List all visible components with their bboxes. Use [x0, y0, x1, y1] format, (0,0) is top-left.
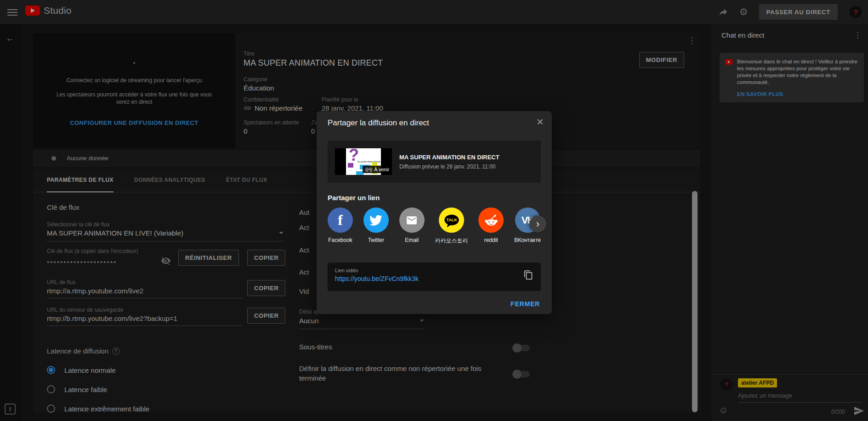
- video-link-label: Lien vidéo: [335, 268, 533, 273]
- modal-video-title: MA SUPER ANIMATION EN DIRECT: [399, 154, 499, 161]
- modal-video-scheduled: Diffusion prévue le 28 janv. 2021, 11:00: [399, 163, 499, 170]
- svg-text:TALK: TALK: [446, 218, 457, 222]
- video-link-url[interactable]: https://youtu.be/ZFvCn9fkk3k: [335, 275, 533, 282]
- live-signal-icon: ((•)): [365, 167, 372, 172]
- video-summary-box: ? les petits débrouillards ((•)) À venir…: [328, 140, 541, 183]
- kakaostory-icon: TALK: [439, 208, 464, 233]
- share-email-button[interactable]: Email: [399, 208, 425, 245]
- share-facebook-button[interactable]: f Facebook: [328, 208, 353, 245]
- share-twitter-button[interactable]: Twitter: [363, 208, 389, 245]
- email-icon: [399, 208, 425, 233]
- share-link-heading: Partager un lien: [328, 194, 380, 202]
- twitter-icon: [363, 208, 389, 233]
- share-kakaostory-button[interactable]: TALK 카카오스토리: [435, 208, 468, 245]
- modal-title: Partager la diffusion en direct: [328, 118, 429, 128]
- upcoming-badge: ((•)) À venir: [363, 166, 392, 173]
- reddit-icon: [478, 208, 504, 233]
- share-live-stream-modal: Partager la diffusion en direct × ? les …: [317, 111, 552, 314]
- more-networks-button[interactable]: ›: [529, 215, 546, 232]
- facebook-icon: f: [328, 208, 353, 233]
- close-icon[interactable]: ×: [537, 115, 544, 129]
- video-link-box: Lien vidéo https://youtu.be/ZFvCn9fkk3k: [328, 263, 541, 291]
- share-networks-row: f Facebook Twitter Email TALK 카카오스토리: [328, 208, 541, 245]
- video-thumbnail: ? les petits débrouillards ((•)) À venir: [335, 148, 392, 175]
- copy-icon[interactable]: [523, 270, 533, 282]
- video-summary-text: MA SUPER ANIMATION EN DIRECT Diffusion p…: [399, 154, 499, 170]
- share-reddit-button[interactable]: reddit: [478, 208, 504, 245]
- youtube-studio-live-dashboard: Studio ⚙ PASSER AU DIRECT ? ← ! Connecte…: [0, 0, 868, 421]
- close-modal-button[interactable]: FERMER: [511, 300, 540, 308]
